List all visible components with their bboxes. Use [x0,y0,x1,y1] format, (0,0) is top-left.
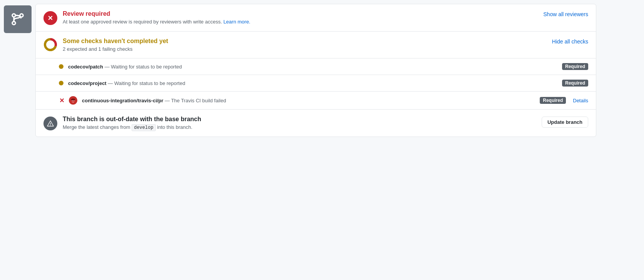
check-text-codecov-project: codecov/project — Waiting for status to … [68,80,557,86]
branch-name-code: develop [132,124,155,131]
review-required-icon [43,11,57,25]
review-required-description: At least one approved review is required… [63,19,588,25]
out-of-date-section: This branch is out-of-date with the base… [36,110,596,137]
checks-content: Some checks haven't completed yet 2 expe… [63,38,588,52]
check-text-travis: continuous-integration/travis-ci/pr — Th… [82,98,535,103]
update-branch-button[interactable]: Update branch [542,117,588,128]
checks-section: Some checks haven't completed yet 2 expe… [36,32,596,58]
check-row-codecov-project: codecov/project — Waiting for status to … [36,75,596,92]
show-all-reviewers-action: Show all reviewers [543,11,588,17]
required-badge-patch: Required [562,63,588,70]
warning-icon [43,117,57,130]
check-text-codecov-patch: codecov/patch — Waiting for status to be… [68,64,557,70]
checks-title: Some checks haven't completed yet [63,38,588,45]
out-of-date-title: This branch is out-of-date with the base… [63,116,588,123]
required-badge-project: Required [562,80,588,87]
svg-point-10 [72,100,73,101]
check-pending-dot [59,64,63,69]
hide-all-checks-action: Hide all checks [552,38,588,45]
app-container: Review required At least one approved re… [4,4,596,137]
check-pending-dot-project [59,81,63,85]
travis-details-link[interactable]: Details [573,98,588,103]
svg-point-11 [73,100,74,101]
show-all-reviewers-button[interactable]: Show all reviewers [543,11,588,17]
main-panel: Review required At least one approved re… [35,4,596,137]
check-row-codecov-patch: codecov/patch — Waiting for status to be… [36,58,596,75]
learn-more-link[interactable]: Learn more. [224,19,250,25]
required-badge-travis: Required [540,97,566,104]
svg-rect-9 [71,100,75,100]
out-of-date-description: Merge the latest changes from develop in… [63,124,588,130]
svg-point-8 [71,98,75,101]
svg-point-13 [50,125,51,126]
review-required-title: Review required [63,10,588,17]
out-of-date-content: This branch is out-of-date with the base… [63,116,588,130]
check-failed-x: ✕ [59,98,64,103]
review-required-section: Review required At least one approved re… [36,4,596,32]
checks-description: 2 expected and 1 failing checks [63,46,588,52]
git-merge-icon [4,5,32,33]
check-row-travis: ✕ continuous-integration/travis-ci/pr — … [36,92,596,110]
travis-ci-icon [69,96,77,105]
hide-all-checks-button[interactable]: Hide all checks [552,38,588,45]
checks-donut-icon [43,38,57,52]
review-required-content: Review required At least one approved re… [63,10,588,25]
update-branch-action: Update branch [542,117,588,128]
